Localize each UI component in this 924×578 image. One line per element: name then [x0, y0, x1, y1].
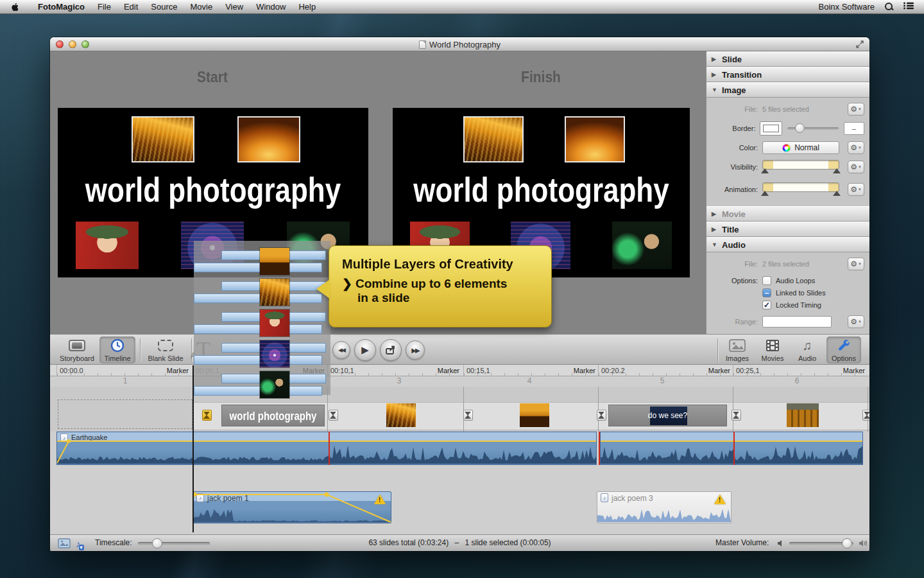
layer-bar-5[interactable]: [194, 374, 329, 396]
duration-handle-selected[interactable]: [202, 410, 212, 421]
border-slider[interactable]: [787, 127, 839, 130]
gear-icon: ⚙: [850, 162, 857, 171]
image-track-icon[interactable]: [58, 538, 71, 550]
marker-label[interactable]: Marker: [708, 367, 730, 374]
fade-in-envelope[interactable]: [57, 432, 74, 464]
volume-envelope-line[interactable]: [57, 441, 596, 442]
duration-handle[interactable]: [329, 410, 338, 421]
menu-help[interactable]: Help: [292, 0, 322, 14]
audio-clip-jack-poem-1[interactable]: ♪ jack poem 1: [193, 491, 391, 523]
menu-source[interactable]: Source: [144, 0, 184, 14]
menu-view[interactable]: View: [219, 0, 250, 14]
animation-range-slider[interactable]: [762, 182, 839, 197]
finish-slide-title[interactable]: world photography: [393, 170, 690, 209]
layer-bar-2[interactable]: [194, 281, 329, 303]
finish-thumb-fire-1[interactable]: [463, 116, 524, 162]
panel-image[interactable]: ▼Image: [706, 82, 869, 98]
animation-range-bar[interactable]: [762, 182, 839, 192]
range-handle-left[interactable]: [761, 191, 769, 196]
panel-transition[interactable]: ▶Transition: [706, 67, 869, 82]
range-handle-left[interactable]: [761, 168, 769, 173]
start-slide-title[interactable]: world photography: [58, 170, 368, 209]
range-handle-right[interactable]: [833, 191, 841, 196]
linked-to-slides-checkbox[interactable]: –: [762, 288, 771, 297]
layer-bar-1[interactable]: [194, 250, 329, 272]
movies-button[interactable]: Movies: [756, 337, 789, 363]
slide-thumb-6[interactable]: [787, 403, 819, 427]
panel-slide[interactable]: ▶Slide: [706, 51, 869, 67]
locked-timing-checkbox[interactable]: ✓: [762, 301, 771, 310]
slide-thumb-4[interactable]: [520, 403, 549, 427]
menu-app-name[interactable]: FotoMagico: [31, 2, 91, 12]
image-file-gear-button[interactable]: ⚙▼: [848, 103, 864, 116]
marker-label[interactable]: Marker: [438, 367, 459, 374]
audio-clip-jack-poem-3[interactable]: ♪ jack poem 3: [597, 491, 732, 523]
audio-clip-2[interactable]: [600, 432, 863, 465]
slide-clip-world-photography[interactable]: world photography: [221, 405, 325, 426]
slide-track[interactable]: world photography do we see?: [50, 387, 869, 432]
marker-label[interactable]: Marker: [574, 367, 595, 374]
duration-handle[interactable]: [862, 410, 869, 421]
visibility-gear-button[interactable]: ⚙▼: [848, 161, 864, 173]
marker-label[interactable]: Marker: [843, 367, 865, 374]
menu-file[interactable]: File: [91, 0, 117, 14]
audio-clip-earthquake[interactable]: ♪ Earthquake: [56, 432, 597, 465]
finish-thumb-turban[interactable]: [612, 222, 672, 269]
menu-movie[interactable]: Movie: [184, 0, 219, 14]
slide-clip-do-we-see[interactable]: do we see?: [608, 405, 727, 426]
fullscreen-icon[interactable]: [855, 40, 864, 51]
apple-menu-icon[interactable]: [10, 2, 20, 12]
range-field[interactable]: [762, 316, 832, 328]
audio-loops-checkbox[interactable]: [762, 276, 771, 285]
panel-movie[interactable]: ▶Movie: [706, 206, 869, 222]
warning-icon: [714, 495, 726, 504]
menu-edit[interactable]: Edit: [117, 0, 144, 14]
audio-file-gear-button[interactable]: ⚙▼: [848, 258, 864, 270]
duration-handle[interactable]: [597, 410, 606, 421]
animation-gear-button[interactable]: ⚙▼: [848, 183, 864, 196]
range-handle-right[interactable]: [833, 168, 841, 173]
menu-window[interactable]: Window: [250, 0, 292, 14]
start-thumb-soldier[interactable]: [76, 222, 139, 269]
share-button[interactable]: [380, 339, 402, 361]
fast-forward-button[interactable]: ▶▶: [406, 340, 425, 360]
range-gear-button[interactable]: ⚙▼: [848, 315, 864, 328]
timeline-ruler[interactable]: 00:00.0Marker 00:05,1Marker 00:10,1Marke…: [50, 365, 869, 376]
duration-handle[interactable]: [463, 410, 473, 421]
border-width-field[interactable]: –: [844, 122, 864, 135]
volume-envelope-line[interactable]: [601, 441, 862, 442]
layer-bar-3[interactable]: [194, 312, 329, 334]
timeline-button[interactable]: Timeline: [99, 337, 135, 363]
finish-thumb-fire-2[interactable]: [565, 116, 625, 162]
storyboard-button[interactable]: Storyboard: [56, 337, 98, 363]
timescale-slider[interactable]: [138, 542, 210, 545]
duration-handle[interactable]: [732, 410, 741, 421]
border-slider-knob[interactable]: [795, 123, 805, 133]
slide-thumb-3[interactable]: [386, 403, 416, 427]
play-button[interactable]: ▶: [354, 339, 376, 361]
master-volume-knob[interactable]: [842, 538, 852, 548]
options-button[interactable]: Options: [826, 337, 861, 363]
panel-audio[interactable]: ▼Audio: [706, 237, 869, 252]
color-button[interactable]: Normal: [762, 141, 839, 154]
visibility-range-slider[interactable]: [762, 160, 839, 174]
panel-title[interactable]: ▶Title: [706, 222, 869, 237]
border-swatch[interactable]: [760, 121, 782, 136]
fade-out-envelope[interactable]: [193, 492, 392, 524]
audio-button[interactable]: ♫ Audio: [792, 337, 823, 363]
start-thumb-fire-1[interactable]: [132, 116, 194, 162]
color-gear-button[interactable]: ⚙▼: [848, 141, 864, 154]
start-thumb-fire-2[interactable]: [237, 116, 300, 162]
audio-track-icon[interactable]: ♪▾: [76, 538, 86, 549]
visibility-range-bar[interactable]: [762, 160, 839, 170]
images-button[interactable]: Images: [721, 337, 753, 363]
timescale-knob[interactable]: [152, 538, 162, 548]
layer-bar-4[interactable]: [194, 343, 329, 365]
marker-label[interactable]: Marker: [167, 367, 189, 374]
master-volume-slider[interactable]: [789, 542, 853, 545]
blank-slide-button[interactable]: Blank Slide: [144, 337, 187, 363]
skip-back-button[interactable]: ◀◀: [332, 341, 350, 359]
list-icon[interactable]: [903, 2, 914, 12]
title-bar[interactable]: World Photography: [50, 37, 869, 51]
search-icon[interactable]: [885, 3, 893, 11]
